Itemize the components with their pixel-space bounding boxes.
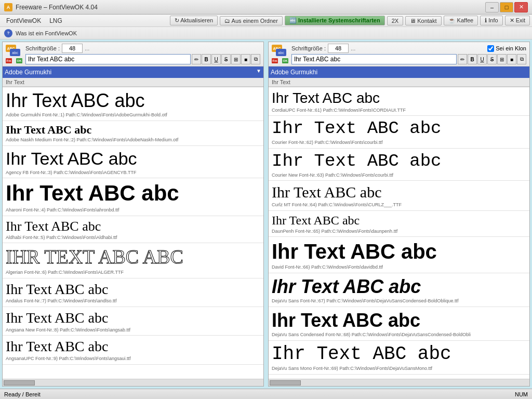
right-panel-header: ABC abc Fm OK Schriftgröße : ... Sei ein… <box>269 42 529 66</box>
left-edit-bold[interactable]: B <box>202 54 211 64</box>
toolbar: ↻ Aktualisieren 🗂 Aus einem Ordner 🔤 Ins… <box>170 16 530 25</box>
right-edit-copy[interactable]: ⧉ <box>517 54 526 64</box>
right-text-row: ✏ B U S ⊞ ■ ⧉ <box>291 54 526 64</box>
font-preview: Ihr Text ABC abc <box>6 89 260 112</box>
list-item: Ihr Text ABC abc CordiaUPC Font-Nr.:61) … <box>269 87 529 116</box>
menu-bar: FontViewOK LNG ↻ Aktualisieren 🗂 Aus ein… <box>0 15 532 27</box>
title-bar: A Freeware – FontViewOK 4.04 – □ ✕ <box>0 0 532 15</box>
left-size-extra: ... <box>85 45 89 51</box>
list-item: Ihr Text ABC abc Adobe Naskh Medium Font… <box>3 121 263 146</box>
left-edit-grid[interactable]: ⊞ <box>231 54 241 64</box>
font-meta: David Font-Nr.:66) Path:C:\Windows\Fonts… <box>272 264 526 271</box>
font-meta: Aldhabi Font-Nr.:5) Path:C:\Windows\Font… <box>6 235 260 241</box>
font-meta: Algerian Font-Nr.:6) Path:C:\Windows\Fon… <box>6 270 260 276</box>
font-meta: Angsana New Font-Nr.:8) Path:C:\Windows\… <box>6 327 260 334</box>
left-panel-header: ABC abc Fm OK Schriftgröße : ... ✏ B <box>3 42 263 66</box>
right-edit-color[interactable]: ■ <box>507 54 516 64</box>
list-item: Ihr Text ABC abc DejaVu Sans Font-Nr.:67… <box>269 273 529 307</box>
font-meta: Adobe Gurmukhi Font-Nr.:1) Path:C:\Windo… <box>6 112 260 118</box>
list-item: Ihr Text ABC abc DejaVu Sans Mono Font-N… <box>269 341 529 375</box>
left-scrollbar-thumb[interactable] <box>4 380 35 385</box>
font-preview: Ihr Text ABC abc <box>6 218 260 234</box>
list-item: Ihr Text ABC abc Agency FB Font-Nr.:3) P… <box>3 146 263 178</box>
left-edit-pencil[interactable]: ✏ <box>192 54 201 64</box>
right-size-label: Schriftgröße : <box>291 45 326 51</box>
right-size-input[interactable] <box>328 44 349 53</box>
right-edit-underline[interactable]: U <box>477 54 487 64</box>
sub-toolbar: ? Was ist ein FontViewOK <box>0 27 532 39</box>
right-edit-strikethrough[interactable]: S <box>487 54 497 64</box>
clone-checkbox[interactable] <box>487 45 494 52</box>
font-preview: Ihr Text ABC abc <box>272 183 526 202</box>
right-scrollbar-thumb[interactable] <box>270 380 301 385</box>
toolbar-info[interactable]: ℹ Info <box>480 16 502 25</box>
font-preview: Ihr Text ABC abc <box>272 151 526 172</box>
right-font-list[interactable]: Ihr Text ABC abc CordiaUPC Font-Nr.:61) … <box>269 87 529 379</box>
left-panel-logo: ABC abc Fm OK <box>6 46 22 62</box>
left-scrollbar-h[interactable] <box>3 379 263 386</box>
left-font-list[interactable]: Ihr Text ABC abc Adobe Gurmukhi Font-Nr.… <box>3 87 263 379</box>
toolbar-kontakt[interactable]: 🖥 Kontakt <box>405 16 441 25</box>
font-preview: Ihr Text ABC abc <box>6 281 260 298</box>
font-meta: Aharoni Font-Nr.:4) Path:C:\Windows\Font… <box>6 207 260 214</box>
left-edit-underline[interactable]: U <box>211 54 221 64</box>
toolbar-systemschriftarten[interactable]: 🔤 Installierte Systemschriftarten <box>285 16 385 25</box>
right-font-dropdown[interactable]: Adobe Gurmukhi <box>269 66 529 78</box>
sub-logo: ? <box>4 29 12 37</box>
app-icon: A <box>4 3 12 11</box>
toolbar-kaffee[interactable]: ☕ Kaffee <box>444 16 478 25</box>
left-edit-buttons: ✏ B U S ⊞ ■ ⧉ <box>192 54 260 64</box>
close-button[interactable]: ✕ <box>514 2 528 12</box>
font-preview: Ihr Text ABC abc <box>272 118 526 139</box>
toolbar-2x[interactable]: 2X <box>387 16 403 25</box>
right-list-header: Ihr Text <box>269 78 529 87</box>
list-item: IHR TEXT ABC ABC Algerian Font-Nr.:6) Pa… <box>3 243 263 278</box>
font-preview: Ihr Text ABC abc <box>272 343 526 365</box>
font-preview: Ihr Text ABC abc <box>6 123 260 137</box>
left-edit-color[interactable]: ■ <box>241 54 250 64</box>
list-item: Ihr Text ABC abc Angsana New Font-Nr.:8)… <box>3 307 263 336</box>
font-meta: Adobe Naskh Medium Font-Nr.:2) Path:C:\W… <box>6 137 260 143</box>
font-meta: Andalus Font-Nr.:7) Path:C:\Windows\Font… <box>6 298 260 304</box>
font-preview: Ihr Text ABC abc <box>272 275 526 298</box>
font-preview: Ihr Text ABC abc <box>272 213 526 228</box>
right-scrollbar-h[interactable] <box>269 379 529 386</box>
toolbar-ordner[interactable]: 🗂 Aus einem Ordner <box>220 16 283 25</box>
toolbar-aktualisieren[interactable]: ↻ Aktualisieren <box>170 16 218 25</box>
toolbar-exit[interactable]: ✕ Exit <box>505 16 530 25</box>
font-preview: Ihr Text ABC abc <box>6 148 260 169</box>
list-item: Ihr Text ABC abc Aldhabi Font-Nr.:5) Pat… <box>3 216 263 244</box>
window-title: Freeware – FontViewOK 4.04 <box>16 4 98 11</box>
left-size-input[interactable] <box>62 44 83 53</box>
menu-fontviewok[interactable]: FontViewOK <box>2 16 45 25</box>
right-edit-pencil[interactable]: ✏ <box>458 54 467 64</box>
right-edit-grid[interactable]: ⊞ <box>497 54 507 64</box>
main-container: ABC abc Fm OK Schriftgröße : ... ✏ B <box>0 39 532 389</box>
left-font-selector[interactable]: Adobe Gurmukhi ▼ <box>3 66 263 78</box>
list-item: Ihr Text ABC abc David Font-Nr.:66) Path… <box>269 237 529 273</box>
right-edit-buttons: ✏ B U S ⊞ ■ ⧉ <box>458 54 526 64</box>
left-text-row: ✏ B U S ⊞ ■ ⧉ <box>25 54 260 64</box>
maximize-button[interactable]: □ <box>500 2 513 12</box>
font-preview: Ihr Text ABC abc <box>6 180 260 206</box>
left-font-dropdown[interactable]: Adobe Gurmukhi <box>3 66 263 78</box>
font-meta: CordiaUPC Font-Nr.:61) Path:C:\Windows\F… <box>272 108 526 114</box>
left-edit-strikethrough[interactable]: S <box>221 54 231 64</box>
right-text-input[interactable] <box>291 54 457 64</box>
font-meta: DaunPenh Font-Nr.:65) Path:C:\Windows\Fo… <box>272 229 526 235</box>
left-size-row: Schriftgröße : ... <box>25 44 260 53</box>
left-edit-copy[interactable]: ⧉ <box>251 54 260 64</box>
left-text-input[interactable] <box>25 54 191 64</box>
font-meta: Curlz MT Font-Nr.:64) Path:C:\Windows\Fo… <box>272 202 526 208</box>
left-size-label: Schriftgröße : <box>25 45 60 51</box>
list-item: Ihr Text ABC abc Adobe Gurmukhi Font-Nr.… <box>3 87 263 121</box>
font-meta: Agency FB Font-Nr.:3) Path:C:\Windows\Fo… <box>6 170 260 176</box>
right-panel: ABC abc Fm OK Schriftgröße : ... Sei ein… <box>268 42 530 387</box>
minimize-button[interactable]: – <box>485 2 499 12</box>
right-edit-bold[interactable]: B <box>468 54 477 64</box>
menu-lng[interactable]: LNG <box>45 16 66 25</box>
font-preview: Ihr Text ABC abc <box>6 338 260 355</box>
font-meta: AngsanaUPC Font-Nr.:9) Path:C:\Windows\F… <box>6 356 260 362</box>
clone-checkbox-area: Sei ein Klon <box>487 45 526 52</box>
right-font-selector[interactable]: Adobe Gurmukhi <box>269 66 529 78</box>
